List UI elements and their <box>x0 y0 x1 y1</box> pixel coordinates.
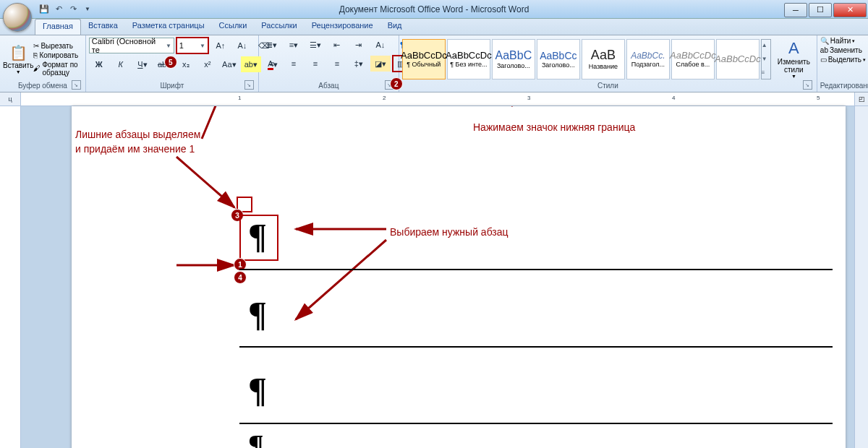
vertical-scrollbar[interactable] <box>854 106 868 448</box>
qat-dropdown-icon[interactable]: ▼ <box>81 3 94 16</box>
styles-gallery[interactable]: AaBbCcDc¶ ОбычныйAaBbCcDc¶ Без инте...Aa… <box>402 39 760 79</box>
group-paragraph: ≣▾ ≡▾ ☰▾ ⇤ ⇥ A↓ ¶ ≡ ≡ ≡ ≡ ‡▾ ◪▾ ▥▾ Абзац… <box>259 35 399 92</box>
tab-view[interactable]: Вид <box>380 19 409 35</box>
arrow-icon <box>289 236 397 330</box>
paste-button[interactable]: 📋 Вставить ▼ <box>3 44 33 74</box>
style-item[interactable]: АаВНазвание <box>582 39 625 79</box>
horizontal-line <box>239 346 833 348</box>
cut-icon: ✂ <box>33 42 39 50</box>
highlight-button[interactable]: ab▾ <box>241 56 261 72</box>
window-controls: ─ ☐ ✕ <box>784 1 868 17</box>
bold-button[interactable]: Ж <box>89 56 109 72</box>
subscript-button[interactable]: x₂ <box>176 56 196 72</box>
close-button[interactable]: ✕ <box>833 3 867 17</box>
tab-layout[interactable]: Разметка страницы <box>125 19 212 35</box>
annotation-right: Нажимаем значок нижняя граница <box>473 121 635 135</box>
maximize-button[interactable]: ☐ <box>809 3 832 17</box>
annotation-left: Лишние абзацы выделяем и придаём им знач… <box>75 128 200 156</box>
superscript-button[interactable]: x² <box>197 56 218 72</box>
group-font: Calibri (Основной те▼ 1▼ A↑ A↓ ⌫ Ж К Ч▾ … <box>86 35 259 92</box>
style-item[interactable]: AaBbCЗаголово... <box>492 39 535 79</box>
dialog-launcher-icon[interactable]: ↘ <box>244 80 254 90</box>
arrow-icon <box>289 218 390 240</box>
line-spacing-button[interactable]: ‡▾ <box>349 56 369 72</box>
tab-mailings[interactable]: Рассылки <box>254 19 304 35</box>
ribbon: 📋 Вставить ▼ ✂Вырезать ⎘Копировать 🖌Форм… <box>0 35 868 92</box>
tab-references[interactable]: Ссылки <box>212 19 255 35</box>
underline-button[interactable]: Ч▾ <box>132 56 153 72</box>
dialog-launcher-icon[interactable]: ↘ <box>803 80 812 90</box>
style-item[interactable]: AaBbCcDc¶ Без инте... <box>447 39 490 79</box>
tab-review[interactable]: Рецензирование <box>305 19 380 35</box>
ruler-toggle-icon[interactable]: ◰ <box>854 92 868 105</box>
undo-icon[interactable]: ↶ <box>52 3 65 16</box>
arrow-icon <box>173 153 245 218</box>
style-item[interactable]: AaBbCc.Подзагол... <box>626 39 670 79</box>
arrow-icon <box>144 139 289 283</box>
ribbon-tabs: Главная Вставка Разметка страницы Ссылки… <box>0 19 868 35</box>
redo-icon[interactable]: ↷ <box>67 3 80 16</box>
tab-insert[interactable]: Вставка <box>81 19 125 35</box>
align-center-button[interactable]: ≡ <box>284 56 304 72</box>
bullets-button[interactable]: ≣▾ <box>262 37 282 53</box>
align-right-button[interactable]: ≡ <box>305 56 326 72</box>
font-name-combo[interactable]: Calibri (Основной те▼ <box>89 38 174 53</box>
ruler-row: ц 1 2 3 4 5 ◰ <box>0 92 868 106</box>
horizontal-line <box>239 423 833 424</box>
window-title: Документ Microsoft Office Word - Microso… <box>0 4 868 14</box>
callout-4: 4 <box>234 271 247 284</box>
ruler-corner[interactable]: ц <box>0 92 21 105</box>
find-button[interactable]: 🔍Найти▾ <box>820 37 856 45</box>
align-left-button[interactable]: ≡ <box>262 56 282 72</box>
page[interactable]: Лишние абзацы выделяем и придаём им знач… <box>72 106 846 448</box>
multilevel-button[interactable]: ☰▾ <box>305 37 326 53</box>
gallery-expand-icon[interactable]: ≡ <box>762 69 770 76</box>
svg-line-0 <box>176 157 234 207</box>
numbering-button[interactable]: ≡▾ <box>284 37 304 53</box>
arrow-icon <box>419 106 520 113</box>
italic-button[interactable]: К <box>111 56 131 72</box>
style-item[interactable]: AaBbCcDc <box>716 39 760 79</box>
case-button[interactable]: Aa▾ <box>219 56 239 72</box>
gallery-down-icon[interactable]: ▼ <box>762 56 770 62</box>
vertical-ruler[interactable] <box>0 106 21 448</box>
gallery-up-icon[interactable]: ▲ <box>762 42 770 48</box>
grow-font-button[interactable]: A↑ <box>210 38 231 53</box>
shading-button[interactable]: ◪▾ <box>370 56 391 72</box>
find-icon: 🔍 <box>820 37 829 45</box>
copy-button[interactable]: ⎘Копировать <box>33 51 82 59</box>
style-item[interactable]: AaBbCcЗаголово... <box>537 39 580 79</box>
change-styles-icon: A <box>788 39 799 58</box>
style-item[interactable]: AaBbCcDc¶ Обычный <box>402 39 446 79</box>
dialog-launcher-icon[interactable]: ↘ <box>72 80 81 90</box>
indent-less-button[interactable]: ⇤ <box>327 37 347 53</box>
annotation-mid: Выбираем нужный абзац <box>390 225 509 240</box>
group-clipboard: 📋 Вставить ▼ ✂Вырезать ⎘Копировать 🖌Форм… <box>0 35 86 92</box>
justify-button[interactable]: ≡ <box>327 56 347 72</box>
horizontal-line <box>239 269 833 270</box>
select-button[interactable]: ▭Выделить▾ <box>820 56 866 64</box>
shrink-font-button[interactable]: A↓ <box>232 38 252 53</box>
save-icon[interactable]: 💾 <box>38 3 51 16</box>
group-styles: AaBbCcDc¶ ОбычныйAaBbCcDc¶ Без инте...Aa… <box>399 35 817 92</box>
group-label-clipboard: Буфер обмена↘ <box>3 81 82 90</box>
horizontal-ruler[interactable]: 1 2 3 4 5 <box>21 92 854 105</box>
cut-button[interactable]: ✂Вырезать <box>33 42 82 50</box>
minimize-button[interactable]: ─ <box>784 3 807 17</box>
office-button[interactable] <box>3 3 32 32</box>
svg-line-6 <box>202 106 238 139</box>
style-item[interactable]: АаBbCcDсСлабое в... <box>671 39 715 79</box>
font-size-combo[interactable]: 1▼ <box>176 37 209 54</box>
brush-icon: 🖌 <box>33 64 41 72</box>
replace-button[interactable]: abЗаменить <box>820 46 862 54</box>
paragraph-mark-icon: ¶ <box>248 428 264 448</box>
arrow-icon <box>198 106 299 146</box>
tab-home[interactable]: Главная <box>35 19 81 35</box>
paragraph-mark-icon: ¶ <box>248 370 267 410</box>
format-painter-button[interactable]: 🖌Формат по образцу <box>33 61 82 77</box>
indent-more-button[interactable]: ⇥ <box>349 37 369 53</box>
change-styles-button[interactable]: A Изменить стили ▼ <box>774 39 814 79</box>
sort-button[interactable]: A↓ <box>370 37 391 53</box>
svg-line-3 <box>296 240 386 319</box>
replace-icon: ab <box>820 46 828 54</box>
